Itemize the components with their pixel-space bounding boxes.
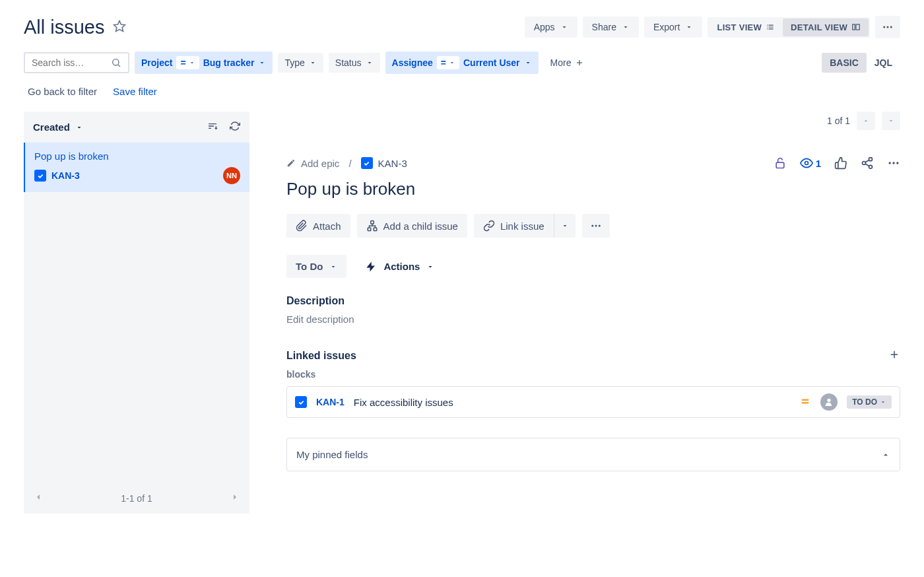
svg-rect-20	[370, 221, 374, 224]
svg-point-11	[805, 162, 808, 165]
star-icon[interactable]	[113, 20, 126, 35]
filter-type-label: Type	[284, 57, 304, 68]
svg-rect-1	[853, 24, 855, 30]
filter-assignee[interactable]: Assignee = Current User	[385, 51, 539, 74]
issue-key-link[interactable]: KAN-3	[361, 157, 407, 169]
chevron-down-icon	[880, 399, 886, 405]
detail-prev-button[interactable]	[857, 112, 875, 130]
pinned-fields-panel[interactable]: My pinned fields	[286, 438, 900, 471]
chevron-down-icon	[561, 222, 569, 230]
watch-button[interactable]: 1	[800, 156, 821, 170]
query-mode-toggle: BASIC JQL	[822, 53, 900, 73]
equals-badge: =	[437, 56, 459, 69]
linked-issue-status[interactable]: TO DO	[847, 395, 892, 409]
save-filter-link[interactable]: Save filter	[113, 86, 157, 97]
link-type-label: blocks	[286, 369, 900, 380]
chevron-down-icon	[258, 59, 266, 67]
status-dropdown[interactable]: To Do	[286, 255, 346, 278]
svg-point-24	[595, 225, 597, 227]
issue-title[interactable]: Pop up is broken	[286, 179, 900, 199]
chevron-down-icon	[685, 23, 693, 31]
issue-list-sidebar: Created Pop up is broken	[24, 112, 249, 514]
filter-assignee-value: Current User	[463, 57, 520, 68]
filter-status[interactable]: Status	[329, 53, 380, 73]
description-placeholder[interactable]: Edit description	[286, 314, 900, 325]
thumbs-up-icon	[834, 156, 847, 170]
unassigned-avatar	[820, 393, 838, 411]
go-back-link[interactable]: Go back to filter	[28, 86, 97, 97]
eye-icon	[800, 156, 813, 170]
list-icon	[766, 22, 775, 32]
svg-point-13	[863, 162, 866, 165]
chevron-down-icon	[366, 59, 374, 67]
filter-project[interactable]: Project = Bug tracker	[135, 51, 273, 74]
link-issue-label: Link issue	[500, 221, 544, 232]
next-page-button[interactable]	[230, 492, 240, 504]
search-input-wrapper[interactable]	[24, 52, 129, 73]
svg-line-7	[118, 65, 120, 67]
pencil-icon	[286, 158, 296, 168]
sort-button[interactable]: Created	[33, 121, 83, 133]
svg-point-23	[591, 225, 593, 227]
paperclip-icon	[296, 220, 308, 232]
refresh-icon[interactable]	[230, 121, 240, 133]
basic-mode-button[interactable]: BASIC	[822, 53, 867, 73]
issue-list-item-key: KAN-3	[51, 170, 80, 181]
jql-mode-button[interactable]: JQL	[867, 53, 900, 73]
more-actions-button[interactable]	[875, 16, 900, 38]
export-button[interactable]: Export	[644, 17, 702, 38]
detail-next-button[interactable]	[882, 112, 900, 130]
issue-list-item[interactable]: Pop up is broken KAN-3 NN	[24, 143, 249, 192]
svg-rect-10	[776, 162, 784, 168]
svg-rect-21	[368, 228, 371, 231]
actions-menu[interactable]: Actions	[365, 261, 434, 273]
link-issue-button[interactable]: Link issue	[474, 214, 554, 238]
share-button[interactable]: Share	[583, 17, 639, 38]
sort-direction-icon[interactable]	[207, 121, 218, 133]
add-child-button[interactable]: Add a child issue	[357, 214, 467, 238]
chevron-down-icon	[622, 23, 630, 31]
filter-more[interactable]: More	[544, 53, 591, 73]
link-issue-dropdown[interactable]	[554, 214, 576, 238]
svg-point-25	[598, 225, 600, 227]
filter-type[interactable]: Type	[278, 53, 323, 73]
svg-line-15	[865, 164, 869, 166]
add-epic-button[interactable]: Add epic	[286, 158, 339, 169]
add-epic-label: Add epic	[301, 158, 339, 169]
share-icon-button[interactable]	[861, 156, 874, 170]
linked-issue-card[interactable]: KAN-1 Fix accessibility issues TO DO	[286, 386, 900, 418]
linked-issue-key: KAN-1	[316, 397, 345, 407]
attach-button[interactable]: Attach	[286, 214, 350, 238]
list-view-button[interactable]: LIST VIEW	[709, 18, 783, 36]
add-linked-issue-button[interactable]	[888, 349, 900, 362]
search-input[interactable]	[32, 57, 111, 68]
chevron-down-icon	[449, 59, 455, 66]
vote-button[interactable]	[834, 156, 847, 170]
actions-menu-label: Actions	[383, 261, 420, 272]
detail-view-button[interactable]: DETAIL VIEW	[783, 18, 869, 36]
equals-badge: =	[176, 56, 199, 69]
issue-actions-more[interactable]	[582, 214, 610, 238]
detail-pager-text: 1 of 1	[827, 116, 850, 126]
detail-more-button[interactable]	[887, 156, 900, 170]
share-icon	[861, 156, 874, 170]
prev-page-button[interactable]	[33, 492, 44, 504]
svg-point-19	[896, 162, 898, 164]
more-horizontal-icon	[590, 220, 602, 232]
chevron-up-icon	[881, 450, 890, 459]
chevron-down-icon	[887, 117, 895, 125]
apps-label: Apps	[534, 22, 555, 32]
svg-point-30	[828, 399, 831, 402]
filter-assignee-label: Assignee	[392, 57, 433, 68]
svg-point-5	[890, 26, 892, 28]
more-horizontal-icon	[887, 156, 900, 170]
svg-point-6	[113, 59, 119, 65]
lock-icon[interactable]	[774, 156, 787, 170]
export-label: Export	[653, 22, 680, 32]
svg-point-4	[887, 26, 889, 28]
chevron-down-icon	[524, 59, 532, 67]
pinned-fields-title: My pinned fields	[296, 449, 368, 460]
list-view-label: LIST VIEW	[717, 22, 762, 32]
apps-button[interactable]: Apps	[525, 17, 578, 38]
svg-point-3	[883, 26, 885, 28]
